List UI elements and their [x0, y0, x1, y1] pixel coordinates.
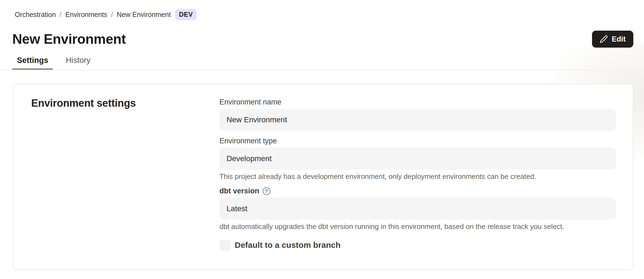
environment-name-input[interactable]	[219, 109, 616, 131]
field-dbt-version: dbt version ? dbt automatically upgrades…	[219, 187, 616, 231]
environment-type-label: Environment type	[219, 137, 616, 145]
breadcrumb-new-environment[interactable]: New Environment	[117, 11, 171, 19]
breadcrumb-orchestration[interactable]: Orchestration	[15, 11, 56, 19]
environment-settings-card: Environment settings Environment name En…	[13, 84, 633, 270]
edit-button[interactable]: Edit	[592, 31, 633, 48]
tab-bar: Settings History	[12, 56, 644, 70]
dbt-version-label: dbt version ?	[219, 187, 616, 195]
breadcrumb-separator: /	[60, 11, 62, 19]
dbt-version-helper: dbt automatically upgrades the dbt versi…	[219, 222, 616, 231]
custom-branch-label[interactable]: Default to a custom branch	[235, 240, 341, 250]
card-form-column: Environment name Environment type This p…	[219, 84, 616, 269]
edit-button-label: Edit	[612, 35, 626, 43]
dev-badge: DEV	[175, 9, 197, 20]
breadcrumb-separator: /	[111, 11, 113, 19]
environment-type-helper: This project already has a development e…	[219, 172, 616, 181]
dbt-version-input[interactable]	[219, 198, 616, 220]
page-header: New Environment Edit	[0, 20, 644, 48]
field-environment-name: Environment name	[219, 98, 616, 131]
tab-history[interactable]: History	[61, 56, 95, 70]
tab-bar-divider	[0, 70, 644, 70]
tab-settings[interactable]: Settings	[12, 56, 53, 70]
environment-type-input[interactable]	[219, 148, 616, 170]
field-environment-type: Environment type This project already ha…	[219, 137, 616, 181]
help-icon[interactable]: ?	[263, 187, 270, 195]
new-environment-page: Orchestration / Environments / New Envir…	[0, 0, 644, 270]
card-heading-column: Environment settings	[13, 84, 219, 269]
card-heading: Environment settings	[31, 97, 219, 109]
breadcrumb-environments[interactable]: Environments	[65, 11, 107, 19]
page-title: New Environment	[12, 31, 126, 47]
custom-branch-row: Default to a custom branch	[219, 240, 616, 251]
custom-branch-checkbox[interactable]	[219, 240, 230, 251]
breadcrumb: Orchestration / Environments / New Envir…	[0, 0, 644, 20]
dbt-version-label-text: dbt version	[219, 187, 259, 195]
pencil-icon	[600, 35, 608, 43]
environment-name-label: Environment name	[219, 98, 616, 106]
